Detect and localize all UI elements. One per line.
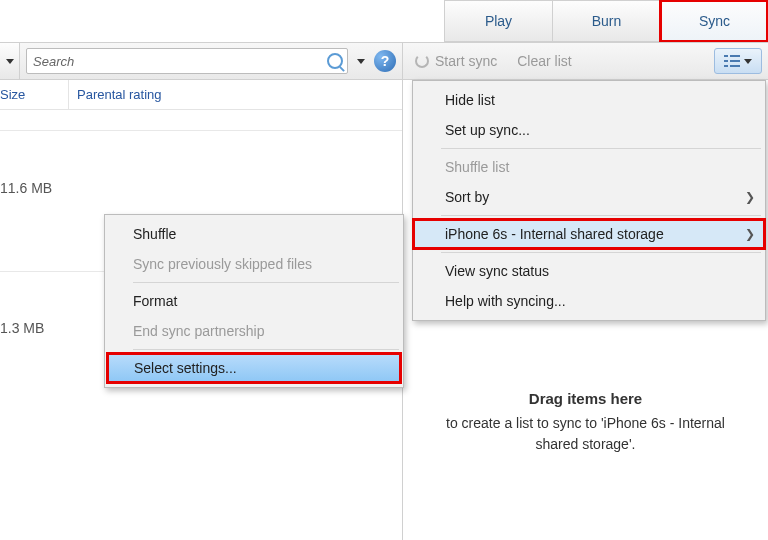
ctx-end-partnership: End sync partnership xyxy=(105,316,403,346)
column-size[interactable]: Size xyxy=(0,87,68,102)
toolbar-left: Search ? xyxy=(0,43,403,79)
menu-set-up-sync[interactable]: Set up sync... xyxy=(413,115,765,145)
chevron-down-icon xyxy=(744,59,752,64)
tab-burn[interactable]: Burn xyxy=(552,0,660,42)
ctx-shuffle[interactable]: Shuffle xyxy=(105,219,403,249)
menu-help-syncing[interactable]: Help with syncing... xyxy=(413,286,765,316)
clear-list-label: Clear list xyxy=(517,53,571,69)
search-options-dropdown[interactable] xyxy=(354,43,368,79)
toolbar: Search ? Start sync Clear list xyxy=(0,42,768,80)
drop-hint-subtitle: to create a list to sync to 'iPhone 6s -… xyxy=(443,413,728,455)
help-button[interactable]: ? xyxy=(374,50,396,72)
row-size-value: 1.3 MB xyxy=(0,320,44,336)
drop-hint: Drag items here to create a list to sync… xyxy=(403,390,768,455)
device-context-menu: Shuffle Sync previously skipped files Fo… xyxy=(104,214,404,388)
row-size-value: 11.6 MB xyxy=(0,180,52,196)
menu-separator xyxy=(133,282,399,283)
menu-device-label: iPhone 6s - Internal shared storage xyxy=(445,226,664,242)
column-parental-rating[interactable]: Parental rating xyxy=(68,80,402,109)
menu-sort-by[interactable]: Sort by ❯ xyxy=(413,182,765,212)
list-icon xyxy=(724,55,740,67)
search-icon xyxy=(327,53,343,69)
menu-sort-by-label: Sort by xyxy=(445,189,489,205)
ctx-format[interactable]: Format xyxy=(105,286,403,316)
chevron-down-icon xyxy=(357,59,365,64)
chevron-right-icon: ❯ xyxy=(745,227,755,241)
menu-separator xyxy=(441,215,761,216)
menu-view-sync-status[interactable]: View sync status xyxy=(413,256,765,286)
chevron-right-icon: ❯ xyxy=(745,190,755,204)
menu-separator xyxy=(441,252,761,253)
toolbar-right: Start sync Clear list xyxy=(403,43,768,79)
menu-shuffle-list: Shuffle list xyxy=(413,152,765,182)
sync-icon xyxy=(415,54,429,68)
start-sync-label: Start sync xyxy=(435,53,497,69)
start-sync-button[interactable]: Start sync xyxy=(415,53,497,69)
ctx-sync-skipped: Sync previously skipped files xyxy=(105,249,403,279)
top-tabs: Play Burn Sync xyxy=(444,0,768,42)
list-options-button[interactable] xyxy=(714,48,762,74)
search-placeholder: Search xyxy=(33,54,74,69)
chevron-down-icon xyxy=(6,59,14,64)
sync-options-menu: Hide list Set up sync... Shuffle list So… xyxy=(412,80,766,321)
search-input[interactable]: Search xyxy=(26,48,348,74)
menu-separator xyxy=(133,349,399,350)
column-parental-rating-label: Parental rating xyxy=(77,87,162,102)
menu-device-iphone6s[interactable]: iPhone 6s - Internal shared storage ❯ xyxy=(413,219,765,249)
tab-sync[interactable]: Sync xyxy=(660,0,768,42)
menu-separator xyxy=(441,148,761,149)
ctx-select-settings[interactable]: Select settings... xyxy=(107,353,401,383)
menu-hide-list[interactable]: Hide list xyxy=(413,85,765,115)
column-headers: Size Parental rating xyxy=(0,80,402,110)
clear-list-button[interactable]: Clear list xyxy=(517,53,571,69)
tab-play[interactable]: Play xyxy=(444,0,552,42)
view-dropdown-button[interactable] xyxy=(0,43,20,79)
drop-hint-title: Drag items here xyxy=(443,390,728,407)
